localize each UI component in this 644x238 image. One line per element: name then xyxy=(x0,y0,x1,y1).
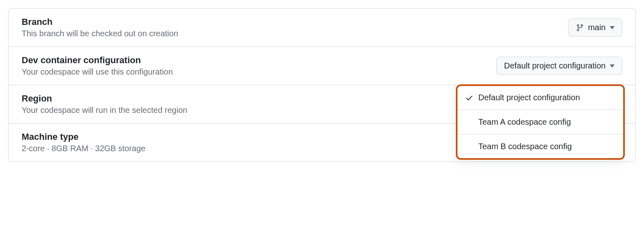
branch-selected-label: main xyxy=(588,23,606,32)
machine-info: Machine type 2-core · 8GB RAM · 32GB sto… xyxy=(22,132,145,153)
devcontainer-option-team-b[interactable]: Team B codespace config xyxy=(457,134,624,159)
git-branch-icon xyxy=(576,24,584,32)
devcontainer-selected-label: Default project configuration xyxy=(504,61,606,71)
check-slot xyxy=(465,94,473,102)
devcontainer-option-team-a[interactable]: Team A codespace config xyxy=(457,110,624,134)
branch-row: Branch This branch will be checked out o… xyxy=(9,9,635,47)
machine-desc: 2-core · 8GB RAM · 32GB storage xyxy=(22,144,145,153)
branch-title: Branch xyxy=(22,17,178,27)
devcontainer-row: Dev container configuration Your codespa… xyxy=(9,47,635,85)
codespace-config-panel: Branch This branch will be checked out o… xyxy=(8,8,636,162)
devcontainer-desc: Your codespace will use this configurati… xyxy=(22,67,173,77)
devcontainer-option-label: Default project configuration xyxy=(478,93,580,102)
triangle-down-icon xyxy=(610,26,615,29)
devcontainer-title: Dev container configuration xyxy=(22,55,173,66)
triangle-down-icon xyxy=(610,64,615,68)
region-info: Region Your codespace will run in the se… xyxy=(22,93,187,115)
devcontainer-option-label: Team B codespace config xyxy=(478,142,572,151)
devcontainer-dropdown-menu: Default project configuration Team A cod… xyxy=(457,85,624,159)
devcontainer-selector[interactable]: Default project configuration xyxy=(496,57,622,75)
devcontainer-info: Dev container configuration Your codespa… xyxy=(22,55,173,77)
branch-info: Branch This branch will be checked out o… xyxy=(22,17,178,38)
region-title: Region xyxy=(22,93,187,104)
branch-desc: This branch will be checked out on creat… xyxy=(22,29,178,38)
machine-title: Machine type xyxy=(22,132,145,142)
region-desc: Your codespace will run in the selected … xyxy=(22,106,187,115)
devcontainer-option-label: Team A codespace config xyxy=(478,117,571,127)
check-icon xyxy=(465,94,473,102)
branch-selector[interactable]: main xyxy=(568,18,622,37)
devcontainer-option-default[interactable]: Default project configuration xyxy=(457,86,624,110)
